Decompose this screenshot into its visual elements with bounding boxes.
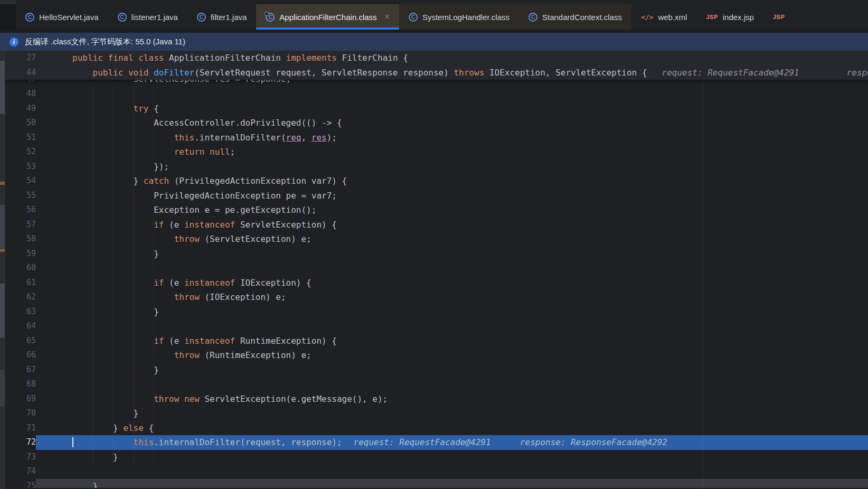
gutter-line-number[interactable]: 70 [5,406,36,421]
code-token: (ServletRequest request, ServletResponse… [194,68,454,78]
tab-StandardContext.class[interactable]: CStandardContext.class [519,4,631,30]
code-line: 61 if (e instanceof IOException) { [5,276,868,290]
code-text[interactable]: }); [36,159,868,174]
keyword-token: throw [174,350,200,360]
code-text[interactable]: } else { [36,421,868,436]
keyword-token: throw [174,234,200,244]
editor-area[interactable]: 27public final class ApplicationFilterCh… [5,51,868,489]
code-text[interactable]: throw new ServletException(e.getMessage(… [36,392,868,407]
code-text[interactable]: } [36,406,868,421]
tab-SystemLogHandler.class[interactable]: CSystemLogHandler.class [399,4,519,30]
code-text[interactable]: return null; [36,145,868,159]
gutter-line-number[interactable]: 60 [5,261,36,276]
keyword-token: throw new [154,394,204,404]
code-text[interactable]: if (e instanceof IOException) { [36,276,868,290]
gutter-line-number[interactable]: 61 [5,276,36,290]
tab-listener1.java[interactable]: Clistener1.java [108,4,187,30]
tab-index.jsp[interactable]: JSPindex.jsp [696,4,763,30]
tab-label: web.xml [658,13,687,22]
keyword-token: return null [174,147,230,157]
code-text[interactable] [36,87,868,101]
gutter-line-number[interactable]: 51 [5,130,36,145]
code-token: (e [164,336,184,346]
code-text[interactable]: try { [36,101,868,116]
tab-ApplicationFilterChain.class[interactable]: CApplicationFilterChain.class× [256,4,399,30]
banner-text: 反编译 .class文件, 字节码版本: 55.0 (Java 11) [25,37,185,47]
gutter-line-number[interactable]: 71 [5,421,36,436]
code-text[interactable]: PrivilegedActionException pe = var7; [36,189,868,203]
code-text[interactable]: this.internalDoFilter(request, response)… [36,435,868,450]
tab-label: SystemLogHandler.class [422,13,510,22]
code-text[interactable]: ServletResponse res = response; [36,80,868,87]
code-text[interactable]: } [36,247,868,261]
gutter-line-number[interactable]: 66 [5,348,36,363]
gutter-line-number[interactable]: 52 [5,145,36,159]
gutter-line-number[interactable]: 68 [5,377,36,392]
tab-label: filter1.java [211,13,247,22]
gutter-line-number[interactable]: 73 [5,450,36,465]
gutter-line-number[interactable]: 63 [5,305,36,319]
code-text[interactable]: if (e instanceof RuntimeException) { [36,334,868,349]
gutter-line-number[interactable]: 69 [5,392,36,407]
gutter-line-number[interactable]: 59 [5,247,36,261]
gutter-line-number[interactable]: 50 [5,116,36,130]
gutter-line-number[interactable]: 55 [5,189,36,203]
code-text[interactable]: if (e instanceof ServletException) { [36,218,868,232]
code-text[interactable] [36,377,868,392]
code-text[interactable]: AccessController.doPrivileged(() -> { [36,116,868,130]
code-text[interactable]: public void doFilter(ServletRequest requ… [36,65,868,80]
code-token: } [93,481,98,488]
jsp-icon: JSP [773,14,785,20]
code-text[interactable] [36,464,868,479]
keyword-token: instanceof [184,278,235,288]
code-line: 62 throw (IOException) e; [5,290,868,305]
code-text[interactable]: throw (RuntimeException) e; [36,348,868,363]
tab-partial[interactable]: JSP [763,4,794,30]
gutter-line-number[interactable]: 53 [5,159,36,174]
code-text[interactable]: throw (ServletException) e; [36,232,868,247]
code-text[interactable]: public final class ApplicationFilterChai… [36,51,868,65]
code-text[interactable] [36,319,868,334]
tab-filter1.java[interactable]: Cfilter1.java [187,4,256,30]
gutter-line-number[interactable]: 57 [5,218,36,232]
clipped-line-bottom: 75 } [5,479,868,488]
inline-debug-hint: response: ResponseFacade@4292 [520,437,667,447]
gutter-line-number[interactable]: 47 [5,80,36,87]
code-text[interactable] [36,261,868,276]
gutter-line-number[interactable]: 64 [5,319,36,334]
gutter-line-number[interactable]: 62 [5,290,36,305]
code-line: 66 throw (RuntimeException) e; [5,348,868,363]
code-token: ; [230,147,235,157]
gutter-line-number[interactable]: 44 [5,65,36,80]
gutter-line-number[interactable]: 27 [5,51,36,65]
code-text[interactable]: this.internalDoFilter(req, res); [36,130,868,145]
tab-label: index.jsp [723,13,754,22]
tab-close-icon[interactable]: × [385,12,390,22]
captured-var-token: req [286,133,301,143]
gutter-line-number[interactable]: 58 [5,232,36,247]
code-line: 52 return null; [5,145,868,159]
code-text[interactable]: } catch (PrivilegedActionException var7)… [36,174,868,189]
tab-web.xml[interactable]: </>web.xml [631,4,697,30]
gutter-line-number[interactable]: 67 [5,363,36,378]
gutter-line-number[interactable]: 49 [5,101,36,116]
sticky-header: 27public final class ApplicationFilterCh… [5,51,868,80]
code-text[interactable]: } [36,479,868,488]
gutter-line-number[interactable]: 75 [5,479,36,488]
gutter-line-number[interactable]: 54 [5,174,36,189]
gutter-line-number[interactable]: 72 [5,435,36,450]
code-text[interactable]: Exception e = pe.getException(); [36,203,868,218]
class-icon: C [25,13,34,22]
tab-HelloServlet.java[interactable]: CHelloServlet.java [16,4,108,30]
gutter-line-number[interactable]: 74 [5,464,36,479]
gutter-line-number[interactable]: 56 [5,203,36,218]
code-text[interactable]: } [36,305,868,319]
code-editor[interactable]: 27public final class ApplicationFilterCh… [0,51,868,489]
code-text[interactable]: throw (IOException) e; [36,290,868,305]
gutter-line-number[interactable]: 65 [5,334,36,349]
stripe-marker [0,284,5,338]
gutter-line-number[interactable]: 48 [5,87,36,101]
code-token: RuntimeException) { [235,336,337,346]
code-text[interactable]: } [36,450,868,465]
code-text[interactable]: } [36,363,868,378]
